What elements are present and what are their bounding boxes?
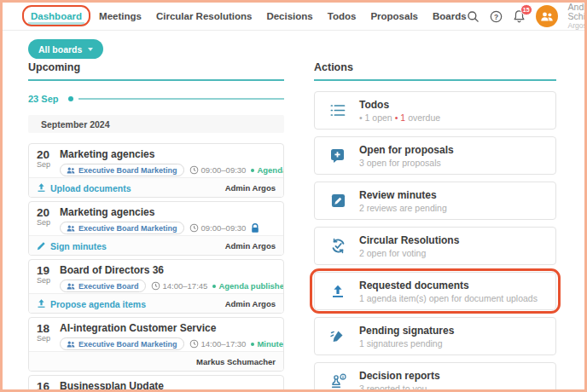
propose-agenda-items-link[interactable]: Propose agenda items: [37, 299, 146, 309]
action-card-circular-resolutions[interactable]: Circular Resolutions 2 open for voting: [314, 227, 556, 265]
action-card-decision-reports[interactable]: Decision reports 3 reported to you: [314, 362, 556, 392]
action-subtitle: • 1 open • 1 overdue: [359, 112, 440, 123]
nav-item-todos[interactable]: Todos: [328, 11, 357, 21]
action-card-pending-signatures[interactable]: Pending signatures 1 signatures pending: [314, 317, 556, 355]
search-icon[interactable]: [467, 10, 479, 23]
meeting-main: 19 Sep Board of Directors 36 Executive B…: [29, 260, 283, 293]
notification-count-badge: 15: [520, 4, 532, 15]
all-boards-filter-button[interactable]: All boards: [28, 39, 103, 59]
meeting-status: Agenda published: [251, 165, 284, 175]
meeting-card[interactable]: 16 Sep Businessplan Update: [28, 375, 284, 392]
action-card-text: Requested documents 1 agenda item(s) ope…: [359, 280, 538, 303]
action-label: Sign minutes: [50, 241, 107, 251]
sign-minutes-link[interactable]: Sign minutes: [37, 241, 107, 251]
meeting-card[interactable]: 18 Sep AI-integration Customer Service E…: [28, 317, 284, 372]
upload-icon: [329, 285, 346, 298]
meeting-month: Sep: [37, 334, 60, 343]
action-card-text: Review minutes 2 reviews are pending: [359, 189, 447, 213]
status-label: Agenda published: [257, 165, 284, 175]
board-badge: Executive Board: [60, 280, 146, 292]
meeting-card[interactable]: 20 Sep Marketing agencies Executive Boar…: [28, 143, 284, 198]
action-title: Pending signatures: [359, 325, 454, 337]
help-icon[interactable]: ?: [490, 10, 503, 23]
user-organization: Argos AG: [568, 21, 587, 31]
nav-item-proposals[interactable]: Proposals: [370, 11, 418, 21]
all-boards-label: All boards: [38, 44, 82, 55]
people-icon: [67, 167, 75, 174]
meeting-owner: Markus Schumacher: [196, 357, 276, 366]
meeting-owner: Admin Argos: [225, 241, 276, 251]
meeting-footer: Upload documents Admin Argos: [29, 177, 283, 198]
meeting-title: Board of Directors 36: [60, 265, 276, 276]
nav-item-circular-resolutions[interactable]: Circular Resolutions: [156, 11, 252, 21]
action-subtitle: 2 open for voting: [359, 248, 459, 258]
actions-section: Actions Todos • 1 open • 1 overdue Open …: [314, 61, 556, 392]
action-card-requested-documents[interactable]: Requested documents 1 agenda item(s) ope…: [314, 272, 556, 310]
timeline-date: 23 Sep: [28, 94, 58, 104]
todos-overdue-count: • 1: [395, 112, 405, 123]
action-card-review-minutes[interactable]: Review minutes 2 reviews are pending: [314, 182, 556, 220]
upload-documents-link[interactable]: Upload documents: [37, 183, 131, 193]
timeline-dot: [68, 96, 73, 101]
meeting-main: 20 Sep Marketing agencies Executive Boar…: [29, 202, 283, 235]
meeting-day: 20: [37, 207, 60, 218]
time-range: 14:00–17:45: [163, 281, 208, 291]
upcoming-section: Upcoming 23 Sep September 2024 20 Sep Ma…: [28, 61, 284, 392]
meeting-time: 14:00–17:30: [189, 339, 247, 349]
upload-icon: [37, 183, 46, 193]
user-avatar[interactable]: [536, 5, 558, 27]
meeting-main: 16 Sep Businessplan Update: [29, 376, 283, 392]
action-card-todos[interactable]: Todos • 1 open • 1 overdue: [314, 91, 556, 130]
action-card-text: Pending signatures 1 signatures pending: [359, 325, 454, 349]
nav-item-decisions[interactable]: Decisions: [266, 11, 312, 21]
action-title: Decision reports: [359, 370, 440, 382]
pen-icon: [37, 241, 46, 251]
board-name: Executive Board: [78, 282, 139, 291]
signature-pen-icon: [329, 329, 346, 343]
meeting-status: Agenda published: [212, 281, 284, 291]
user-menu[interactable]: Andreas Schietz Argos AG: [568, 3, 587, 31]
status-label: Minutes published: [257, 339, 284, 349]
todos-overdue-label: overdue: [408, 112, 440, 123]
meeting-month: Sep: [37, 160, 60, 169]
meeting-month: Sep: [37, 276, 60, 285]
action-title: Todos: [359, 99, 440, 111]
notifications-bell-icon[interactable]: 15: [513, 9, 526, 23]
upcoming-heading: Upcoming: [28, 61, 284, 81]
meeting-body: AI-integration Customer Service Executiv…: [60, 323, 276, 351]
action-label: Propose agenda items: [50, 299, 146, 309]
nav-item-boards[interactable]: Boards: [433, 11, 467, 21]
meeting-card[interactable]: 20 Sep Marketing agencies Executive Boar…: [28, 201, 284, 256]
meeting-day: 18: [37, 323, 60, 334]
action-subtitle: 3 open for proposals: [359, 158, 454, 168]
todos-list-icon: [329, 104, 346, 117]
lock-icon: [251, 223, 259, 233]
meeting-card[interactable]: 19 Sep Board of Directors 36 Executive B…: [28, 259, 284, 314]
clock-icon: [189, 165, 199, 175]
meeting-date: 20 Sep: [37, 149, 60, 177]
clock-icon: [189, 223, 199, 233]
action-card-text: Decision reports 3 reported to you: [359, 370, 440, 392]
action-card-open-for-proposals[interactable]: Open for proposals 3 open for proposals: [314, 136, 556, 175]
timeline-line: [78, 98, 284, 100]
action-title: Review minutes: [359, 189, 447, 201]
people-icon: [67, 283, 75, 290]
meeting-main: 18 Sep AI-integration Customer Service E…: [29, 318, 283, 351]
timeline-marker: 23 Sep: [28, 94, 284, 104]
people-icon: [67, 225, 75, 232]
board-name: Executive Board Marketing: [78, 224, 177, 233]
action-title: Requested documents: [359, 280, 538, 291]
meeting-time: 09:00–09:30: [189, 223, 247, 233]
meeting-status: Minutes published: [251, 339, 284, 349]
nav-label: Dashboard: [31, 11, 82, 21]
meeting-owner: Admin Argos: [225, 299, 276, 308]
action-card-text: Todos • 1 open • 1 overdue: [359, 99, 440, 123]
nav-item-dashboard[interactable]: Dashboard: [28, 9, 84, 25]
action-card-text: Circular Resolutions 2 open for voting: [359, 234, 459, 258]
people-icon: [67, 341, 75, 348]
nav-item-meetings[interactable]: Meetings: [99, 11, 142, 21]
user-name: Andreas Schietz: [568, 3, 587, 21]
meeting-footer: Markus Schumacher: [29, 351, 283, 372]
meeting-time: 14:00–17:45: [151, 281, 208, 291]
meeting-owner: Admin Argos: [225, 183, 276, 193]
